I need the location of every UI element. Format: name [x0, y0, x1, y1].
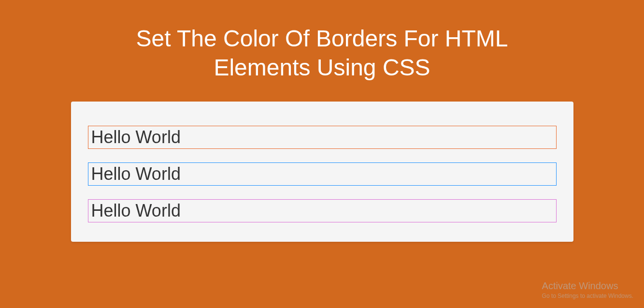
demo-box-blue: Hello World — [88, 162, 557, 186]
watermark-subtitle: Go to Settings to activate Windows. — [542, 293, 633, 299]
watermark-title: Activate Windows — [542, 280, 633, 292]
windows-activation-watermark: Activate Windows Go to Settings to activ… — [542, 280, 633, 299]
demo-box-orange: Hello World — [88, 126, 557, 149]
demo-card: Hello World Hello World Hello World — [71, 102, 573, 242]
page-title: Set The Color Of Borders For HTML Elemen… — [105, 0, 540, 82]
demo-box-violet: Hello World — [88, 199, 557, 222]
